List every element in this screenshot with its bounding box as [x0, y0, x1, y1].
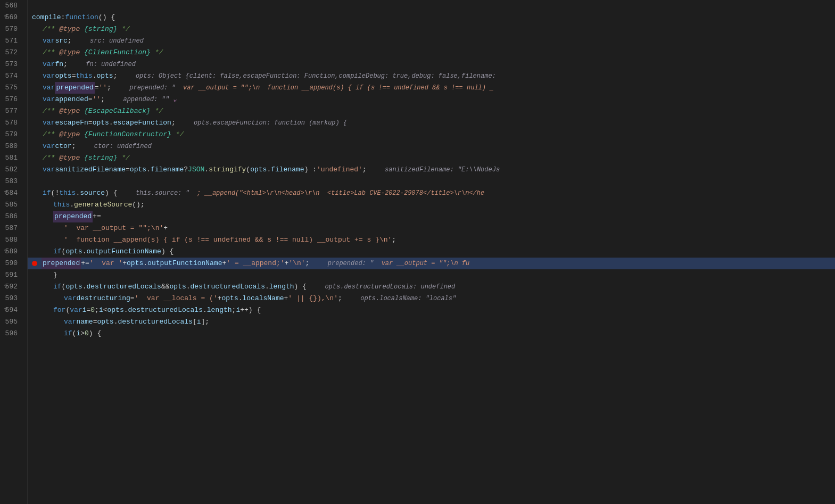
code-line-570: /** @type {string} */ — [28, 23, 835, 35]
code-line-582: var sanitizedFilename = opts.filename ? … — [28, 164, 835, 176]
breakpoint-590 — [32, 261, 37, 266]
fold-icon-584[interactable]: ▽ — [3, 191, 9, 196]
line-587: 587 — [0, 222, 22, 234]
code-line-571: var src; src: undefined — [28, 35, 835, 47]
line-583: 583 — [0, 176, 22, 187]
line-576: 576 — [0, 94, 22, 105]
code-line-577: /** @type {EscapeCallback} */ — [28, 105, 835, 117]
line-572: 572 — [0, 47, 22, 59]
line-585: 585 — [0, 199, 22, 211]
code-line-594: for (var i = 0; i < opts.destructuredLoc… — [28, 304, 835, 316]
line-595: 595 — [0, 316, 22, 328]
code-line-580: var ctor; ctor: undefined — [28, 141, 835, 152]
line-588: 588 — [0, 234, 22, 246]
line-568: 568 — [0, 0, 22, 12]
line-596: 596 — [0, 328, 22, 340]
code-line-596: if (i > 0) { — [28, 328, 835, 340]
code-line-573: var fn; fn: undefined — [28, 59, 835, 70]
line-593: 593 — [0, 293, 22, 304]
code-line-591: } — [28, 269, 835, 281]
line-591: 591 — [0, 269, 22, 281]
code-line-586: prepended += — [28, 211, 835, 222]
line-590: 590 — [0, 258, 22, 269]
code-line-589: if (opts.outputFunctionName) { — [28, 246, 835, 258]
line-592: ▽ 592 — [0, 281, 22, 293]
line-582: 582 — [0, 164, 22, 176]
line-578: 578 — [0, 117, 22, 129]
line-570: 570 — [0, 23, 22, 35]
line-584: ▽ 584 — [0, 187, 22, 199]
line-573: 573 — [0, 59, 22, 70]
code-line-568 — [28, 0, 835, 12]
line-571: 571 — [0, 35, 22, 47]
code-editor: 568 ▽ 569 570 571 572 573 574 575 576 57… — [0, 0, 835, 504]
line-594: ▽ 594 — [0, 304, 22, 316]
code-line-575: var prepended = ''; prepended: " var __o… — [28, 82, 835, 94]
code-line-595: var name = opts.destructuredLocals[i]; — [28, 316, 835, 328]
code-line-581: /** @type {string} */ — [28, 152, 835, 164]
code-line-593: var destructuring = ' var __locals = (' … — [28, 293, 835, 304]
code-content: compile: function () { /** @type {string… — [28, 0, 835, 504]
line-569: ▽ 569 — [0, 12, 22, 23]
code-line-588: ' function __append(s) { if (s !== undef… — [28, 234, 835, 246]
code-line-572: /** @type {ClientFunction} */ — [28, 47, 835, 59]
code-line-590: prepended += ' var ' + opts.outputFuncti… — [28, 258, 835, 269]
line-589: ▽ 589 — [0, 246, 22, 258]
code-area: 568 ▽ 569 570 571 572 573 574 575 576 57… — [0, 0, 835, 504]
code-line-576: var appended = ''; appended: "" ⌄ — [28, 94, 835, 105]
code-line-574: var opts = this.opts; opts: Object {clie… — [28, 70, 835, 82]
code-line-585: this.generateSource(); — [28, 199, 835, 211]
code-line-583 — [28, 176, 835, 187]
line-575: 575 — [0, 82, 22, 94]
line-586: 586 — [0, 211, 22, 222]
fold-icon-594[interactable]: ▽ — [3, 308, 9, 313]
fold-icon-589[interactable]: ▽ — [3, 249, 9, 254]
fold-icon-569[interactable]: ▽ — [3, 15, 9, 20]
line-579: 579 — [0, 129, 22, 141]
line-574: 574 — [0, 70, 22, 82]
code-line-578: var escapeFn = opts.escapeFunction; opts… — [28, 117, 835, 129]
code-line-579: /** @type {FunctionConstructor} */ — [28, 129, 835, 141]
code-line-584: if (!this.source) { this.source: " ; __a… — [28, 187, 835, 199]
line-581: 581 — [0, 152, 22, 164]
fold-icon-592[interactable]: ▽ — [3, 284, 9, 290]
code-line-587: ' var __output = "";\n' + — [28, 222, 835, 234]
line-577: 577 — [0, 105, 22, 117]
line-numbers: 568 ▽ 569 570 571 572 573 574 575 576 57… — [0, 0, 28, 504]
code-line-592: if (opts.destructuredLocals && opts.dest… — [28, 281, 835, 293]
code-line-569: compile: function () { — [28, 12, 835, 23]
line-580: 580 — [0, 141, 22, 152]
